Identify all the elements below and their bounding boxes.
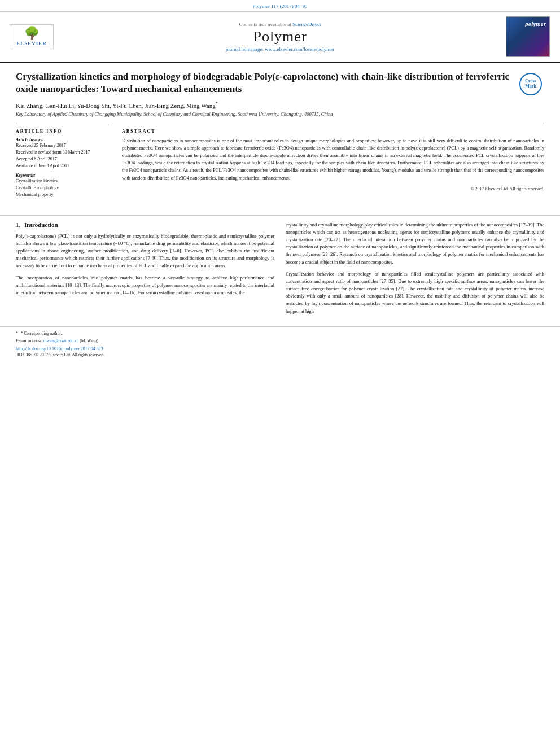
journal-cover-right: polymer [506,16,551,57]
article-title: Crystallization kinetics and morphology … [16,71,544,95]
article-info-heading: ARTICLE INFO [16,129,112,134]
contents-available-line: Contents lists available at ScienceDirec… [60,21,500,27]
body-text-columns: 1. Introduction Poly(ε-caprolactone) (PC… [0,221,560,320]
science-direct-link[interactable]: ScienceDirect [292,21,321,27]
abstract-column: ABSTRACT Distribution of nanoparticles i… [122,125,544,202]
intro-para-4: Crystallization behavior and morphology … [286,270,544,315]
issn-line: 0032-3861/© 2017 Elsevier Ltd. All right… [16,352,544,357]
keyword-3: Mechanical property [16,191,112,198]
email-footnote: E-mail address: mwang@swu.edu.cn (M. Wan… [16,338,544,344]
intro-para-4-text: Crystallization behavior and morphology … [286,271,544,314]
journal-center-info: Contents lists available at ScienceDirec… [60,21,500,52]
email-note: (M. Wang). [80,338,99,343]
intro-para-1: Poly(ε-caprolactone) (PCL) is not only a… [16,233,274,270]
history-label: Article history: [16,137,112,142]
elsevier-logo: 🌳 ELSEVIER [9,24,54,49]
journal-reference-bar: Polymer 117 (2017) 84–95 [0,0,560,12]
doi-line: http://dx.doi.org/10.1016/j.polymer.2017… [16,346,544,351]
crossmark-label: CrossMark [525,79,536,89]
star-mark: * [16,331,18,336]
corresponding-mark: * [216,101,218,106]
homepage-url[interactable]: www.elsevier.com/locate/polymer [265,46,334,52]
keywords-list: Crystallization kinetics Crystalline mor… [16,178,112,198]
intro-heading-text: Introduction [24,221,58,228]
page-footer: * * Corresponding author. E-mail address… [0,326,560,362]
article-info-column: ARTICLE INFO Article history: Received 2… [16,125,112,202]
info-abstract-columns: ARTICLE INFO Article history: Received 2… [16,125,544,202]
authors-text: Kai Zhang, Gen-Hui Li, Yu-Dong Shi, Yi-F… [16,102,216,109]
abstract-section: ABSTRACT Distribution of nanoparticles i… [122,125,544,191]
body-col-left: 1. Introduction Poly(ε-caprolactone) (PC… [16,221,274,320]
keyword-2: Crystalline morphology [16,185,112,191]
received-revised-date: Received in revised form 30 March 2017 [16,149,112,156]
email-label: E-mail address: [16,338,42,343]
journal-header: 🌳 ELSEVIER Contents lists available at S… [0,12,560,63]
crossmark-badge[interactable]: CrossMark [517,71,544,98]
article-title-text: Crystallization kinetics and morphology … [16,71,509,94]
homepage-label: journal homepage: [226,46,264,52]
affiliation-text: Key Laboratory of Applied Chemistry of C… [16,111,544,118]
accepted-date: Accepted 8 April 2017 [16,156,112,163]
contents-text: Contents lists available at [239,21,291,27]
page: Polymer 117 (2017) 84–95 🌳 ELSEVIER Cont… [0,0,560,747]
intro-para-1-text: Poly(ε-caprolactone) (PCL) is not only a… [16,233,274,269]
copyright-line: © 2017 Elsevier Ltd. All rights reserved… [122,186,544,191]
body-col-right: crystallinity and crystalline morphology… [286,221,544,320]
abstract-text: Distribution of nanoparticles in nanocom… [122,137,544,182]
intro-para-2: The incorporation of nanoparticles into … [16,274,274,297]
homepage-line: journal homepage: www.elsevier.com/locat… [60,46,500,52]
article-info-box: ARTICLE INFO Article history: Received 2… [16,125,112,198]
abstract-heading: ABSTRACT [122,129,544,134]
authors-line: Kai Zhang, Gen-Hui Li, Yu-Dong Shi, Yi-F… [16,101,544,109]
corresponding-label: * Corresponding author. [21,331,62,336]
intro-para-2-text: The incorporation of nanoparticles into … [16,275,274,295]
intro-number: 1. [16,221,20,228]
introduction-heading: 1. Introduction [16,221,274,228]
elsevier-logo-box: 🌳 ELSEVIER [10,24,54,49]
received-date: Received 25 February 2017 [16,142,112,149]
keywords-group: Keywords: Crystallization kinetics Cryst… [16,173,112,198]
elsevier-tree-icon: 🌳 [24,27,40,40]
corresponding-footnote: * * Corresponding author. [16,330,544,337]
article-content: Crystallization kinetics and morphology … [0,63,560,207]
keywords-label: Keywords: [16,173,112,178]
journal-name: Polymer [60,28,500,45]
journal-ref-text: Polymer 117 (2017) 84–95 [253,3,308,9]
email-address[interactable]: mwang@swu.edu.cn [43,338,79,343]
doi-text[interactable]: http://dx.doi.org/10.1016/j.polymer.2017… [16,346,103,351]
history-group: Article history: Received 25 February 20… [16,137,112,169]
cover-journal-name: polymer [525,20,546,27]
intro-para-3: crystallinity and crystalline morphology… [286,221,544,266]
keyword-1: Crystallization kinetics [16,178,112,185]
polymer-cover-image: polymer [506,16,550,57]
intro-para-3-text: crystallinity and crystalline morphology… [286,222,544,265]
crossmark-icon: CrossMark [519,73,542,95]
content-divider [0,215,560,216]
available-date: Available online 8 April 2017 [16,163,112,169]
elsevier-brand-text: ELSEVIER [16,41,47,46]
